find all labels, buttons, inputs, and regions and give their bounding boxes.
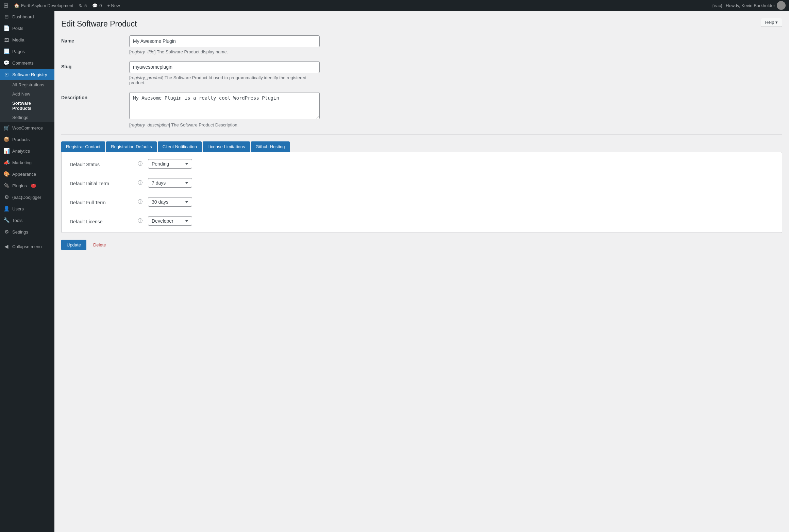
tab-registration-defaults[interactable]: Registration Defaults xyxy=(106,141,157,152)
sidebar-item-comments[interactable]: 💬 Comments xyxy=(0,57,54,69)
name-field-row: Name [registry_title] The Software Produ… xyxy=(61,35,782,54)
marketing-icon: 📣 xyxy=(3,159,10,166)
slug-field: [registry_product] The Software Product … xyxy=(129,61,782,85)
default-status-row: Default Status ⓘ Pending Active Inactive… xyxy=(70,159,774,169)
delete-button[interactable]: Delete xyxy=(89,240,110,250)
plugins-icon: 🔌 xyxy=(3,183,10,189)
menu-separator xyxy=(0,239,54,239)
default-initial-term-info-icon[interactable]: ⓘ xyxy=(138,180,142,186)
tabs-navigation: Registrar Contact Registration Defaults … xyxy=(61,141,782,152)
name-label: Name xyxy=(61,35,129,44)
default-license-control: ⓘ Developer Personal Business Enterprise xyxy=(138,216,192,226)
description-label: Description xyxy=(61,92,129,100)
sidebar-item-settings[interactable]: ⚙ Settings xyxy=(0,226,54,238)
default-initial-term-select[interactable]: 1 day 7 days 14 days 30 days 90 days xyxy=(148,178,192,188)
tab-github-hosting[interactable]: Github Hosting xyxy=(251,141,290,152)
sidebar-item-software-registry[interactable]: ⊡ Software Registry xyxy=(0,69,54,80)
wp-logo-icon[interactable]: ⊞ xyxy=(3,2,9,9)
collapse-menu-item[interactable]: ◀ Collapse menu xyxy=(0,241,54,252)
dashboard-icon: ⊟ xyxy=(3,14,10,20)
slug-field-row: Slug [registry_product] The Software Pro… xyxy=(61,61,782,85)
products-icon: 📦 xyxy=(3,136,10,142)
main-content: Help ▾ Edit Software Product Name [regis… xyxy=(54,11,789,532)
woocommerce-icon: 🛒 xyxy=(3,125,10,131)
default-status-select[interactable]: Pending Active Inactive Expired xyxy=(148,159,192,169)
default-initial-term-control: ⓘ 1 day 7 days 14 days 30 days 90 days xyxy=(138,178,192,188)
tools-icon: 🔧 xyxy=(3,217,10,223)
name-field: [registry_title] The Software Product di… xyxy=(129,35,782,54)
submenu-software-products[interactable]: Software Products xyxy=(0,99,54,113)
home-icon: 🏠 xyxy=(14,3,19,8)
software-registry-icon: ⊡ xyxy=(3,71,10,78)
update-button[interactable]: Update xyxy=(61,240,86,250)
plugins-badge: 4 xyxy=(31,184,36,188)
sidebar-item-plugins[interactable]: 🔌 Plugins 4 xyxy=(0,180,54,191)
section-divider xyxy=(61,134,782,135)
submenu-add-new[interactable]: Add New xyxy=(0,89,54,99)
site-name[interactable]: 🏠 EarthAsylum Development xyxy=(14,3,73,8)
default-license-label: Default License xyxy=(70,216,138,224)
media-icon: 🖼 xyxy=(3,37,10,43)
name-input[interactable] xyxy=(129,35,320,47)
users-icon: 👤 xyxy=(3,206,10,212)
user-avatar xyxy=(777,1,786,10)
sidebar-item-posts[interactable]: 📄 Posts xyxy=(0,22,54,34)
description-textarea[interactable]: My Awesome Plugin is a really cool WordP… xyxy=(129,92,320,119)
sidebar-item-eac-doojigger[interactable]: ⚙ {eac}Doojigger xyxy=(0,191,54,203)
default-full-term-row: Default Full Term ⓘ 7 days 14 days 30 da… xyxy=(70,197,774,207)
updates-item[interactable]: ↻ 5 xyxy=(79,3,87,8)
tab-license-limitations[interactable]: License Limitations xyxy=(203,141,250,152)
name-hint: [registry_title] The Software Product di… xyxy=(129,49,320,54)
action-buttons-row: Update Delete xyxy=(61,240,782,250)
sidebar-item-analytics[interactable]: 📊 Analytics xyxy=(0,145,54,157)
default-status-info-icon[interactable]: ⓘ xyxy=(138,161,142,167)
default-full-term-info-icon[interactable]: ⓘ xyxy=(138,199,142,205)
page-title: Edit Software Product xyxy=(61,19,782,29)
default-license-row: Default License ⓘ Developer Personal Bus… xyxy=(70,216,774,226)
collapse-icon: ◀ xyxy=(3,243,10,250)
submenu-settings[interactable]: Settings xyxy=(0,113,54,122)
slug-label: Slug xyxy=(61,61,129,69)
eac-doojigger-icon: ⚙ xyxy=(3,194,10,200)
sidebar-item-marketing[interactable]: 📣 Marketing xyxy=(0,157,54,168)
admin-bar: ⊞ 🏠 EarthAsylum Development ↻ 5 💬 0 + Ne… xyxy=(0,0,789,11)
comments-icon: 💬 xyxy=(92,3,98,8)
posts-icon: 📄 xyxy=(3,25,10,31)
default-full-term-control: ⓘ 7 days 14 days 30 days 60 days 90 days… xyxy=(138,197,192,207)
appearance-icon: 🎨 xyxy=(3,171,10,177)
help-button[interactable]: Help ▾ xyxy=(761,18,782,27)
slug-hint: [registry_product] The Software Product … xyxy=(129,75,320,85)
pages-icon: 📃 xyxy=(3,48,10,54)
sidebar-item-media[interactable]: 🖼 Media xyxy=(0,34,54,46)
sidebar-item-dashboard[interactable]: ⊟ Dashboard xyxy=(0,11,54,22)
sidebar-item-tools[interactable]: 🔧 Tools xyxy=(0,214,54,226)
howdy-user[interactable]: Howdy, Kevin Burkholder xyxy=(726,1,786,10)
default-license-select[interactable]: Developer Personal Business Enterprise xyxy=(148,216,192,226)
sidebar-item-woocommerce[interactable]: 🛒 WooCommerce xyxy=(0,122,54,134)
new-content-item[interactable]: + New xyxy=(107,3,120,8)
settings-sidebar-icon: ⚙ xyxy=(3,229,10,235)
updates-icon: ↻ xyxy=(79,3,83,8)
analytics-icon: 📊 xyxy=(3,148,10,154)
admin-sidebar: ⊟ Dashboard 📄 Posts 🖼 Media 📃 Pages 💬 Co… xyxy=(0,11,54,532)
default-license-info-icon[interactable]: ⓘ xyxy=(138,218,142,224)
comments-item[interactable]: 💬 0 xyxy=(92,3,102,8)
default-full-term-select[interactable]: 7 days 14 days 30 days 60 days 90 days 1… xyxy=(148,197,192,207)
description-field-row: Description My Awesome Plugin is a reall… xyxy=(61,92,782,127)
default-initial-term-row: Default Initial Term ⓘ 1 day 7 days 14 d… xyxy=(70,178,774,188)
default-full-term-label: Default Full Term xyxy=(70,197,138,205)
sidebar-item-products[interactable]: 📦 Products xyxy=(0,134,54,145)
tab-client-notification[interactable]: Client Notification xyxy=(158,141,202,152)
default-status-label: Default Status xyxy=(70,159,138,167)
default-status-control: ⓘ Pending Active Inactive Expired xyxy=(138,159,192,169)
default-initial-term-label: Default Initial Term xyxy=(70,178,138,186)
submenu-all-registrations[interactable]: All Registrations xyxy=(0,80,54,89)
sidebar-item-users[interactable]: 👤 Users xyxy=(0,203,54,214)
tab-registrar-contact[interactable]: Registrar Contact xyxy=(61,141,105,152)
slug-input[interactable] xyxy=(129,61,320,73)
user-code[interactable]: {eac} xyxy=(712,3,722,8)
tab-panel-registration-defaults: Default Status ⓘ Pending Active Inactive… xyxy=(61,152,782,233)
description-hint: [registry_description] The Software Prod… xyxy=(129,122,320,127)
sidebar-item-appearance[interactable]: 🎨 Appearance xyxy=(0,168,54,180)
sidebar-item-pages[interactable]: 📃 Pages xyxy=(0,46,54,57)
